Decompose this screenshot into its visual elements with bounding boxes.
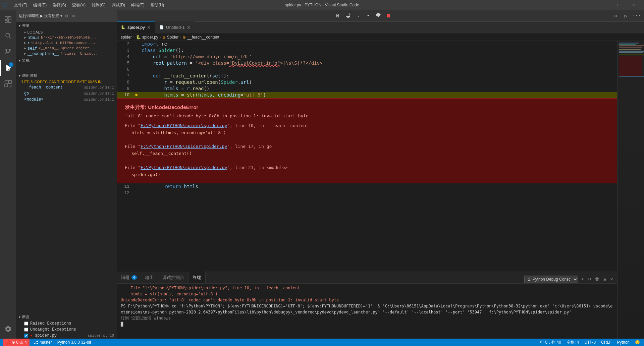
status-debug-indicator[interactable]: 🔴 ⊗ 0 ⚠ 4 xyxy=(3,339,30,346)
panel-tab-output[interactable]: 输出 xyxy=(141,272,158,283)
tab-untitled[interactable]: 📄 Untitled-1 ✕ xyxy=(155,21,195,33)
local-item-r[interactable]: ▶ r <http.client.HTTPResponse ... xyxy=(16,41,117,46)
run-icon: ▶ xyxy=(40,14,43,18)
frame-line: 10:1 xyxy=(105,85,114,90)
activity-settings[interactable] xyxy=(0,321,16,337)
activity-explorer[interactable] xyxy=(0,11,16,27)
vscode-logo: ⬡ xyxy=(3,2,7,8)
trace-file-1[interactable]: F:\Python\PYTHON\spider\spider.py xyxy=(141,144,227,149)
breakpoints-header[interactable]: ▾ 断点 xyxy=(16,313,117,321)
svg-rect-2 xyxy=(8,19,11,22)
status-position[interactable]: 行 8，列 40 xyxy=(539,340,562,345)
breakpoint-dot-icon: ● xyxy=(30,334,32,338)
menu-goto[interactable]: 转到(G) xyxy=(89,1,108,9)
menu-view[interactable]: 查看(V) xyxy=(69,1,88,9)
menu-terminal[interactable]: 终端(T) xyxy=(128,1,147,9)
panel-maximize-button[interactable]: ▲ xyxy=(602,275,607,283)
code-line-5: 5 root_pattern = '<div class="DyListCove… xyxy=(117,60,617,66)
watch-section: ▾ 监视 xyxy=(16,57,117,72)
local-item-self[interactable]: ▶ self <__main__.Spider object... xyxy=(16,46,117,51)
panel-tab-terminal[interactable]: 终端 xyxy=(189,272,206,283)
activity-search[interactable] xyxy=(0,27,16,44)
bp-raised-checkbox[interactable] xyxy=(24,322,28,326)
variables-label: 变量 xyxy=(22,23,30,28)
close-button[interactable]: ✕ xyxy=(626,0,641,10)
trash-terminal-button[interactable]: 🗑 xyxy=(593,275,601,283)
more-options-button[interactable]: ··· xyxy=(632,11,641,20)
panel-tab-debug-console[interactable]: 调试控制台 xyxy=(158,272,189,283)
watch-header[interactable]: ▾ 监视 xyxy=(16,57,117,64)
menu-file[interactable]: 文件(F) xyxy=(11,1,30,9)
breadcrumb-spider[interactable]: spider xyxy=(121,35,132,40)
breadcrumb-class[interactable]: Spider xyxy=(167,35,179,40)
svg-point-8 xyxy=(6,53,7,54)
status-line-ending[interactable]: CRLF xyxy=(600,340,613,345)
status-feedback[interactable]: 😊 xyxy=(634,340,641,345)
code-content[interactable]: 2 import re 3 class Spider(): 4 xyxy=(117,41,617,272)
debug-continue-button[interactable] xyxy=(333,11,343,20)
run-without-debug-button[interactable]: ▷ xyxy=(621,11,631,20)
status-language[interactable]: Python xyxy=(616,340,631,345)
debug-restart-button[interactable] xyxy=(374,11,383,20)
minimap xyxy=(617,41,644,339)
minimize-button[interactable]: ─ xyxy=(595,0,610,10)
debug-stepout-button[interactable] xyxy=(364,11,373,20)
tab-close-icon[interactable]: ✕ xyxy=(187,25,191,30)
activity-run-debug[interactable]: 1 xyxy=(0,60,16,76)
local-item-exception[interactable]: ▶ __exception__ (<class 'Unico... xyxy=(16,51,117,57)
callstack-item-2[interactable]: <module> spider.py 21:1 xyxy=(16,97,117,103)
menu-edit[interactable]: 编辑(E) xyxy=(31,1,49,9)
menu-help[interactable]: 帮助(H) xyxy=(148,1,167,9)
trace-file-2[interactable]: F:\Python\PYTHON\spider\spider.py xyxy=(141,165,227,170)
breadcrumb-method[interactable]: __feach__content xyxy=(187,35,219,40)
tab-close-icon[interactable]: ✕ xyxy=(147,25,151,30)
callstack-header[interactable]: ▾ 调用堆栈 xyxy=(16,72,117,79)
status-branch[interactable]: ⎇ master xyxy=(32,340,53,345)
branch-icon: ⎇ xyxy=(34,340,38,345)
callstack-item-1[interactable]: go spider.py 17:1 xyxy=(16,91,117,97)
trace-code-1: self.__feach__content() xyxy=(131,150,609,157)
menu-select[interactable]: 选择(S) xyxy=(50,1,69,9)
bp-spider-py[interactable]: ● spider.py spider.py 15 xyxy=(16,333,117,339)
trace-file-0[interactable]: F:\Python\PYTHON\spider\spider.py xyxy=(141,123,227,128)
code-7: def __feach__content(self): xyxy=(140,73,617,79)
local-item-htmls[interactable]: ▶ htmls b'\x1f\x8b\x08\x00\x00... xyxy=(16,35,117,41)
svg-rect-13 xyxy=(8,80,11,83)
activity-extensions[interactable] xyxy=(0,76,16,92)
add-terminal-button[interactable]: + xyxy=(580,275,585,283)
menu-debug[interactable]: 调试(D) xyxy=(109,1,128,9)
status-spaces[interactable]: 空格: 4 xyxy=(565,340,580,345)
debug-stepover-button[interactable] xyxy=(343,11,353,20)
maximize-button[interactable]: □ xyxy=(610,0,626,10)
bp-uncaught-checkbox[interactable] xyxy=(24,328,28,332)
debug-run-button[interactable]: ▶ 没有配置 ▾ xyxy=(40,13,62,18)
gear-icon[interactable]: ⚙ xyxy=(64,12,69,19)
terminal-content[interactable]: File "f:\Python\PYTHON\spider\spider.py"… xyxy=(117,284,617,339)
code-line-9: 9 htmls = r.read() xyxy=(117,85,617,92)
line-num-7: 7 xyxy=(117,73,133,79)
breadcrumb-file[interactable]: spider.py xyxy=(142,35,158,40)
layout-toggle-button[interactable]: ⊡ xyxy=(610,11,620,20)
debug-stepinto-button[interactable] xyxy=(354,11,363,20)
panel-tab-problems[interactable]: 问题 4 xyxy=(117,272,141,283)
open-editor-icon[interactable]: ⊞ xyxy=(70,12,76,19)
locals-header[interactable]: ▾ Locals xyxy=(16,29,117,35)
gutter-7 xyxy=(133,73,140,79)
activity-source-control[interactable] xyxy=(0,44,16,60)
terminal-selector[interactable]: 2: Python Debug Consc xyxy=(524,276,578,283)
callstack-item-0[interactable]: __feach__content spider.py 10:1 xyxy=(16,84,117,91)
panel-close-button[interactable]: ✕ xyxy=(609,275,614,283)
bp-file-checkbox[interactable] xyxy=(24,334,28,338)
tab-label: Untitled-1 xyxy=(166,25,185,30)
debug-stop-button[interactable] xyxy=(384,11,393,20)
debug-console-label: 调试控制台 xyxy=(162,275,184,281)
bp-raised-exceptions[interactable]: Raised Exceptions xyxy=(16,321,117,327)
status-python[interactable]: Python 3.8.0 32-bit xyxy=(56,340,93,345)
variables-header[interactable]: ▾ 变量 xyxy=(16,22,117,29)
status-encoding[interactable]: UTF-8 xyxy=(583,340,597,345)
branch-label: master xyxy=(40,340,52,345)
svg-line-5 xyxy=(9,37,11,39)
bp-uncaught-exceptions[interactable]: Uncaught Exceptions xyxy=(16,327,117,333)
split-terminal-button[interactable]: ⊟ xyxy=(587,275,592,283)
tab-spider-py[interactable]: 🐍 spider.py ✕ xyxy=(117,21,155,33)
